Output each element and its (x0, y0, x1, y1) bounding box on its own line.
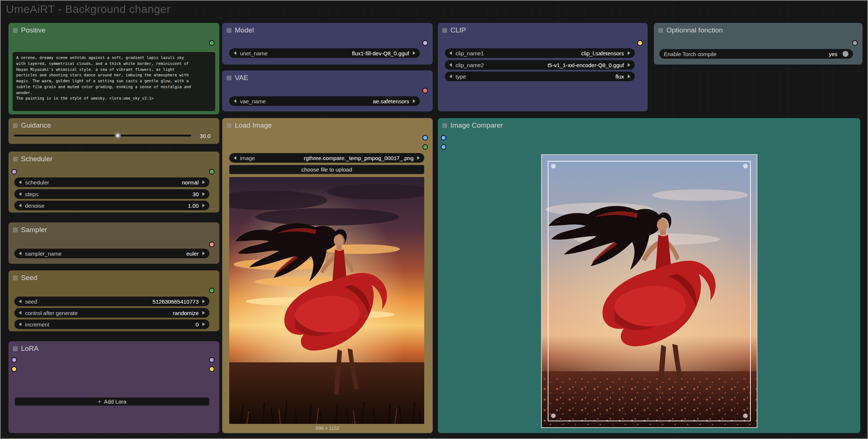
clip-input-dot[interactable] (11, 366, 17, 372)
clip-output-dot[interactable] (637, 40, 643, 46)
group-icon (442, 28, 447, 33)
arrow-right-icon[interactable] (628, 51, 630, 55)
widget-denoise[interactable]: denoise 1.00 (14, 201, 209, 210)
group-model[interactable]: Model unet_name flux1-fill-dev-Q8_0.gguf (222, 23, 433, 65)
arrow-left-icon[interactable] (19, 192, 21, 196)
arrow-left-icon[interactable] (234, 51, 236, 55)
arrow-right-icon[interactable] (628, 63, 630, 67)
group-icon (13, 276, 18, 280)
group-scheduler[interactable]: Scheduler scheduler normal steps 30 deno… (8, 152, 219, 212)
node-graph-canvas[interactable]: UmeAiRT - Background changer Positive A … (0, 0, 868, 439)
arrow-right-icon[interactable] (202, 252, 205, 255)
arrow-left-icon[interactable] (19, 252, 21, 255)
group-seed[interactable]: Seed seed 512630665410773 control after … (8, 270, 219, 331)
widget-steps[interactable]: steps 30 (14, 189, 209, 199)
group-clip[interactable]: CLIP clip_name1 clip_l.safetensors clip_… (438, 23, 648, 111)
widget-value: 512630665410773 (153, 298, 199, 305)
group-seed-header[interactable]: Seed (13, 274, 37, 282)
widget-clip-name1[interactable]: clip_name1 clip_l.safetensors (445, 48, 635, 58)
loaded-image-preview[interactable] (229, 177, 424, 424)
arrow-right-icon[interactable] (202, 300, 205, 303)
group-title: VAE (235, 74, 248, 82)
widget-image[interactable]: image rgthree.compare._temp_pmpog_00017_… (229, 153, 424, 163)
arrow-left-icon[interactable] (19, 322, 21, 326)
arrow-left-icon[interactable] (19, 300, 21, 303)
comparer-result-image[interactable] (541, 154, 757, 428)
guidance-slider-track[interactable] (14, 135, 191, 136)
model-input-dot[interactable] (11, 357, 17, 363)
sampler-output-dot[interactable] (209, 242, 215, 247)
widget-seed[interactable]: seed 512630665410773 (14, 297, 209, 306)
group-lora[interactable]: LoRA + Add Lora (8, 341, 219, 433)
widget-control-after-generate[interactable]: control after generate randomize (14, 308, 209, 318)
vae-output-dot[interactable] (422, 88, 428, 93)
widget-type[interactable]: type flux (445, 72, 635, 81)
image-a-input-dot[interactable] (441, 135, 446, 141)
add-lora-button[interactable]: + Add Lora (15, 397, 209, 406)
arrow-right-icon[interactable] (202, 311, 205, 315)
toggle-knob[interactable] (843, 51, 848, 57)
group-vae-header[interactable]: VAE (227, 74, 248, 82)
group-guidance-header[interactable]: Guidance (13, 121, 51, 129)
image-output-dot[interactable] (422, 135, 428, 141)
arrow-left-icon[interactable] (234, 99, 236, 103)
arrow-right-icon[interactable] (413, 99, 415, 103)
arrow-right-icon[interactable] (628, 75, 630, 78)
group-sampler-header[interactable]: Sampler (13, 226, 47, 234)
group-positive[interactable]: Positive A serene, dreamy scene unfolds … (8, 23, 219, 114)
widget-vae-name[interactable]: vae_name ae.safetensors (229, 96, 420, 106)
group-optional-function[interactable]: Optionnal fonction Enable Torch compile … (654, 23, 862, 65)
choose-file-upload-button[interactable]: choose file to upload (229, 165, 424, 174)
widget-scheduler[interactable]: scheduler normal (14, 177, 209, 187)
widget-sampler-name[interactable]: sampler_name euler (14, 249, 209, 258)
group-load-image-header[interactable]: Load Image (227, 121, 272, 129)
arrow-left-icon[interactable] (19, 311, 21, 315)
mask-output-dot[interactable] (422, 144, 428, 150)
group-image-comparer[interactable]: Image Comparer (438, 118, 860, 433)
model-input-dot[interactable] (11, 169, 17, 174)
arrow-right-icon[interactable] (413, 51, 415, 55)
group-vae[interactable]: VAE vae_name ae.safetensors (222, 70, 433, 111)
generic-output-dot[interactable] (852, 40, 858, 46)
group-guidance[interactable]: Guidance 30.0 (8, 118, 219, 144)
group-sampler[interactable]: Sampler sampler_name euler (8, 222, 219, 264)
sigmas-output-dot[interactable] (209, 169, 215, 174)
arrow-left-icon[interactable] (19, 180, 21, 184)
positive-prompt-textarea[interactable]: A serene, dreamy scene unfolds against a… (12, 52, 216, 111)
arrow-right-icon[interactable] (202, 192, 205, 196)
group-scheduler-header[interactable]: Scheduler (13, 155, 53, 163)
arrow-left-icon[interactable] (19, 204, 21, 207)
group-optional-header[interactable]: Optionnal fonction (658, 26, 723, 34)
group-title: Seed (21, 274, 37, 282)
toggle-label: Enable Torch compile (664, 51, 717, 57)
model-output-dot[interactable] (422, 40, 428, 46)
arrow-left-icon[interactable] (449, 75, 452, 78)
group-comparer-header[interactable]: Image Comparer (442, 121, 503, 129)
arrow-right-icon[interactable] (202, 204, 205, 207)
model-output-dot[interactable] (209, 357, 215, 363)
arrow-left-icon[interactable] (449, 63, 452, 67)
seed-output-dot[interactable] (209, 288, 215, 293)
group-positive-header[interactable]: Positive (13, 26, 46, 34)
torch-compile-toggle[interactable]: Enable Torch compile yes (659, 49, 853, 59)
group-load-image[interactable]: Load Image image rgthree.compare._temp_p… (222, 118, 433, 433)
widget-label: unet_name (240, 50, 268, 56)
guidance-slider-knob[interactable] (115, 132, 121, 139)
widget-label: increment (25, 321, 49, 328)
conditioning-output-dot[interactable] (209, 40, 215, 46)
arrow-right-icon[interactable] (202, 180, 205, 184)
widget-unet-name[interactable]: unet_name flux1-fill-dev-Q8_0.gguf (229, 48, 420, 58)
arrow-left-icon[interactable] (449, 51, 452, 55)
group-icon (13, 123, 18, 128)
arrow-right-icon[interactable] (417, 156, 420, 160)
widget-label: sampler_name (25, 250, 62, 257)
image-b-input-dot[interactable] (441, 144, 446, 150)
group-clip-header[interactable]: CLIP (442, 26, 466, 34)
arrow-right-icon[interactable] (202, 322, 205, 326)
widget-clip-name2[interactable]: clip_name2 t5-v1_1-xxl-encoder-Q8_0.gguf (445, 60, 635, 70)
group-lora-header[interactable]: LoRA (13, 345, 39, 353)
widget-increment[interactable]: increment 0 (14, 319, 209, 329)
clip-output-dot[interactable] (209, 366, 215, 372)
group-model-header[interactable]: Model (227, 26, 254, 34)
arrow-left-icon[interactable] (234, 156, 236, 160)
